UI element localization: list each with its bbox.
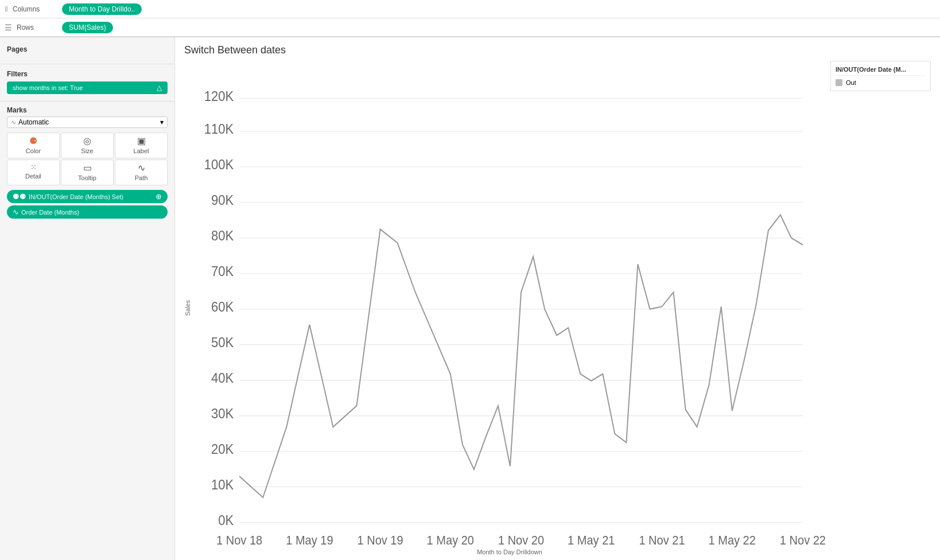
order-date-field-pill[interactable]: ∿ Order Date (Months) bbox=[7, 205, 168, 219]
label-label: Label bbox=[134, 147, 149, 154]
order-date-pill-label: Order Date (Months) bbox=[21, 209, 79, 216]
svg-text:0K: 0K bbox=[218, 512, 234, 528]
marks-buttons-grid: ⚈ Color ◎ Size ▣ Label ⁙ Detail ▭ Tool bbox=[7, 133, 168, 185]
inout-pill-actions: ⊕ bbox=[156, 192, 162, 201]
detail-button[interactable]: ⁙ Detail bbox=[7, 160, 60, 185]
chart-title: Switch Between dates bbox=[184, 42, 931, 56]
pages-title: Pages bbox=[7, 44, 168, 55]
svg-text:1 Nov 20: 1 Nov 20 bbox=[498, 533, 544, 547]
label-button[interactable]: ▣ Label bbox=[115, 133, 168, 158]
color-icon: ⚈ bbox=[29, 137, 37, 146]
svg-text:120K: 120K bbox=[204, 88, 234, 104]
tooltip-icon: ▭ bbox=[83, 164, 92, 173]
columns-pill[interactable]: Month to Day Drilldo.. bbox=[62, 3, 142, 15]
chart-svg-area: .tick-text { font-size: 22px; fill: #666… bbox=[193, 61, 826, 547]
svg-text:100K: 100K bbox=[204, 157, 234, 172]
svg-text:1 May 22: 1 May 22 bbox=[709, 533, 756, 547]
tooltip-label: Tooltip bbox=[78, 174, 96, 181]
order-date-pill-icon: ∿ bbox=[13, 208, 19, 216]
svg-text:40K: 40K bbox=[211, 370, 234, 386]
main-layout: Pages Filters show months in set: True △… bbox=[0, 37, 940, 560]
svg-text:1 May 21: 1 May 21 bbox=[568, 533, 615, 547]
svg-text:110K: 110K bbox=[204, 121, 234, 137]
svg-text:1 May 20: 1 May 20 bbox=[427, 533, 474, 547]
label-icon: ▣ bbox=[137, 137, 146, 146]
columns-label: Columns bbox=[13, 5, 40, 13]
path-button[interactable]: ∿ Path bbox=[115, 160, 168, 185]
svg-text:10K: 10K bbox=[211, 477, 234, 492]
svg-text:1 Nov 21: 1 Nov 21 bbox=[639, 533, 685, 547]
svg-text:80K: 80K bbox=[211, 228, 234, 243]
filter-pill[interactable]: show months in set: True △ bbox=[7, 81, 168, 94]
svg-text:1 Nov 18: 1 Nov 18 bbox=[216, 533, 262, 547]
inout-pill-label: IN/OUT(Order Date (Months) Set) bbox=[29, 193, 123, 200]
svg-text:50K: 50K bbox=[211, 335, 234, 350]
marks-section: Marks ∿ Automatic ▾ ⚈ Color ◎ Size ▣ Lab… bbox=[0, 104, 174, 221]
path-icon: ∿ bbox=[138, 164, 145, 173]
legend-panel: IN/OUT(Order Date (M... Out bbox=[830, 61, 931, 91]
rows-pill[interactable]: SUM(Sales) bbox=[62, 22, 113, 33]
tooltip-button[interactable]: ▭ Tooltip bbox=[61, 160, 114, 185]
marks-title: Marks bbox=[7, 106, 168, 114]
filter-warning-icon: △ bbox=[157, 84, 162, 92]
legend-label-out: Out bbox=[846, 79, 856, 86]
chart-svg: .tick-text { font-size: 22px; fill: #666… bbox=[193, 61, 826, 547]
inout-pill-link-icon: ⊕ bbox=[156, 192, 162, 201]
legend-title: IN/OUT(Order Date (M... bbox=[836, 66, 926, 76]
color-label: Color bbox=[26, 147, 41, 154]
shelves-area: ⦀ Columns Month to Day Drilldo.. ☰ Rows … bbox=[0, 0, 940, 37]
svg-text:20K: 20K bbox=[211, 441, 234, 457]
legend-item-out: Out bbox=[836, 79, 926, 86]
svg-text:1 May 19: 1 May 19 bbox=[286, 533, 333, 547]
detail-label: Detail bbox=[25, 173, 41, 180]
y-axis-label: Sales bbox=[184, 300, 191, 316]
marks-type-dropdown[interactable]: ∿ Automatic ▾ bbox=[7, 116, 168, 128]
pages-section: Pages bbox=[0, 42, 174, 61]
chart-inner: .tick-text { font-size: 22px; fill: #666… bbox=[193, 61, 826, 555]
filters-section: Filters show months in set: True △ bbox=[0, 67, 174, 99]
rows-shelf: ☰ Rows SUM(Sales) bbox=[0, 18, 940, 37]
marks-type-label: Automatic bbox=[18, 118, 160, 126]
size-icon: ◎ bbox=[83, 137, 91, 146]
detail-icon: ⁙ bbox=[30, 164, 37, 171]
chart-with-legend: Sales .tick-text { font-size: 22px; fill… bbox=[184, 61, 931, 555]
inout-pill-icon: ⚈⚈ bbox=[13, 192, 26, 201]
svg-text:90K: 90K bbox=[211, 192, 234, 208]
svg-text:70K: 70K bbox=[211, 263, 234, 279]
filter-pill-label: show months in set: True bbox=[13, 84, 83, 91]
svg-text:30K: 30K bbox=[211, 406, 234, 421]
x-axis-label: Month to Day Drilldown bbox=[193, 549, 826, 555]
size-button[interactable]: ◎ Size bbox=[61, 133, 114, 158]
legend-swatch-out bbox=[836, 79, 842, 86]
filters-title: Filters bbox=[7, 69, 168, 79]
svg-text:1 Nov 22: 1 Nov 22 bbox=[780, 533, 826, 547]
color-button[interactable]: ⚈ Color bbox=[7, 133, 60, 158]
columns-icon: ⦀ bbox=[5, 4, 8, 14]
chart-area: Switch Between dates Sales .tick-text { … bbox=[175, 37, 940, 560]
marks-dropdown-arrow: ▾ bbox=[160, 118, 164, 126]
inout-field-pill[interactable]: ⚈⚈ IN/OUT(Order Date (Months) Set) ⊕ bbox=[7, 190, 168, 203]
columns-shelf: ⦀ Columns Month to Day Drilldo.. bbox=[0, 0, 940, 18]
chart-container: Sales .tick-text { font-size: 22px; fill… bbox=[184, 61, 826, 555]
rows-icon: ☰ bbox=[5, 23, 12, 32]
svg-text:60K: 60K bbox=[211, 299, 234, 314]
size-label: Size bbox=[81, 147, 93, 154]
sidebar: Pages Filters show months in set: True △… bbox=[0, 37, 175, 560]
rows-label: Rows bbox=[17, 24, 34, 32]
svg-text:1 Nov 19: 1 Nov 19 bbox=[358, 533, 403, 547]
path-label: Path bbox=[135, 174, 148, 181]
